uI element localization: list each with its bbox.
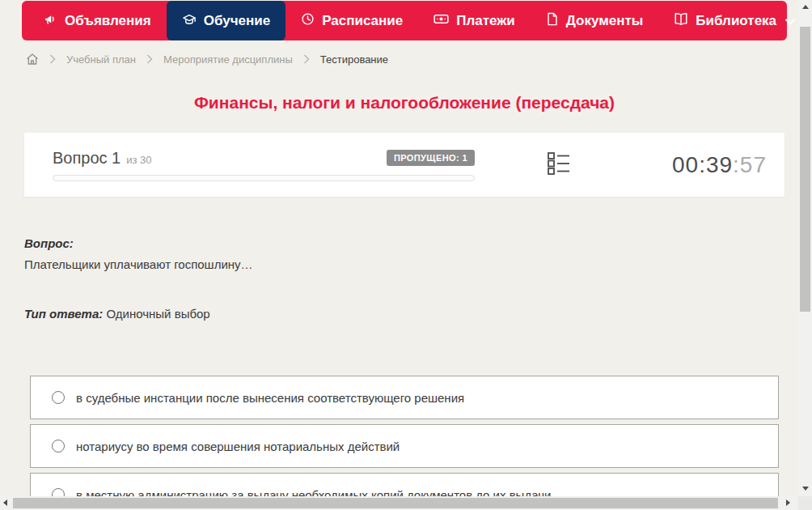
question-list-button[interactable] — [544, 148, 573, 181]
breadcrumb-separator-icon — [49, 54, 56, 64]
megaphone-icon — [44, 12, 57, 30]
radio-button-icon[interactable] — [52, 488, 65, 496]
radio-button-icon[interactable] — [52, 391, 65, 404]
scroll-down-icon[interactable] — [802, 487, 809, 491]
nav-item-label: Обучение — [204, 13, 270, 29]
horizontal-scrollbar[interactable] — [0, 496, 798, 510]
clock-icon — [301, 12, 315, 30]
nav-item-library[interactable]: Библиотека — [658, 1, 798, 40]
quiz-header-panel: Вопрос 1 из 30 ПРОПУЩЕНО: 1 00:39:57 — [24, 133, 785, 197]
breadcrumb-item-testing: Тестирование — [320, 53, 388, 66]
answer-type-row: Тип ответа: Одиночный выбор — [24, 307, 210, 321]
breadcrumb-item-curriculum[interactable]: Учебный план — [66, 53, 136, 66]
answer-option-row[interactable]: нотариусу во время совершения нотариальн… — [30, 424, 779, 468]
question-text: Плательщики уплачивают госпошлину… — [24, 257, 253, 271]
question-total: из 30 — [126, 154, 151, 166]
graduation-cap-icon — [182, 12, 197, 30]
vertical-scrollbar-thumb[interactable] — [800, 27, 810, 312]
scrollbar-corner — [798, 496, 812, 510]
nav-item-label: Платежи — [456, 13, 515, 29]
nav-item-label: Документы — [566, 13, 644, 29]
scroll-right-icon[interactable] — [786, 499, 790, 506]
question-list-icon — [548, 151, 569, 178]
radio-button-icon[interactable] — [52, 440, 65, 453]
nav-item-announcements[interactable]: Объявления — [28, 1, 167, 40]
quiz-page: Объявления Обучение Расписание Платежи Д… — [0, 0, 798, 496]
question-number: Вопрос 1 — [53, 149, 121, 168]
skipped-badge: ПРОПУЩЕНО: 1 — [387, 150, 475, 166]
answer-option-label: в судебные инстанции после вынесения соо… — [76, 391, 464, 405]
nav-item-label: Расписание — [322, 13, 403, 29]
scroll-left-icon[interactable] — [3, 499, 7, 506]
banknote-icon — [433, 12, 449, 30]
nav-item-schedule[interactable]: Расписание — [285, 1, 418, 40]
vertical-scrollbar[interactable] — [798, 0, 812, 496]
answer-option-row[interactable]: в судебные инстанции после вынесения соо… — [30, 376, 779, 419]
breadcrumb: Учебный план Мероприятие дисциплины Тест… — [26, 50, 388, 68]
timer-minutes: 00:39 — [672, 152, 733, 177]
document-icon — [546, 12, 559, 30]
chevron-down-icon — [785, 13, 795, 29]
nav-item-documents[interactable]: Документы — [531, 1, 659, 40]
page-title: Финансы, налоги и налогообложение (перес… — [0, 93, 798, 113]
book-icon — [674, 12, 688, 30]
nav-item-label: Объявления — [65, 13, 151, 29]
breadcrumb-item-discipline-event[interactable]: Мероприятие дисциплины — [163, 53, 293, 66]
breadcrumb-separator-icon — [303, 54, 310, 64]
main-nav: Объявления Обучение Расписание Платежи Д… — [22, 1, 787, 40]
question-label: Вопрос: — [24, 236, 74, 250]
scroll-up-icon[interactable] — [802, 5, 809, 9]
question-progress-block: Вопрос 1 из 30 ПРОПУЩЕНО: 1 — [53, 149, 475, 181]
answer-options: в судебные инстанции после вынесения соо… — [30, 376, 779, 496]
answer-option-label: нотариусу во время совершения нотариальн… — [76, 440, 400, 453]
home-icon[interactable] — [26, 53, 39, 66]
nav-item-training[interactable]: Обучение — [167, 1, 285, 40]
quiz-timer: 00:39:57 — [672, 152, 767, 178]
nav-item-payments[interactable]: Платежи — [418, 1, 531, 40]
answer-option-row[interactable]: в местную администрацию за выдачу необхо… — [30, 473, 779, 496]
horizontal-scrollbar-thumb[interactable] — [13, 498, 778, 508]
progress-bar — [53, 175, 475, 181]
answer-type-value: Одиночный выбор — [106, 307, 209, 321]
nav-item-label: Библиотека — [696, 13, 776, 29]
answer-type-label: Тип ответа: — [24, 307, 103, 321]
timer-seconds: :57 — [733, 152, 767, 177]
answer-option-label: в местную администрацию за выдачу необхо… — [76, 488, 551, 497]
breadcrumb-separator-icon — [146, 54, 153, 64]
